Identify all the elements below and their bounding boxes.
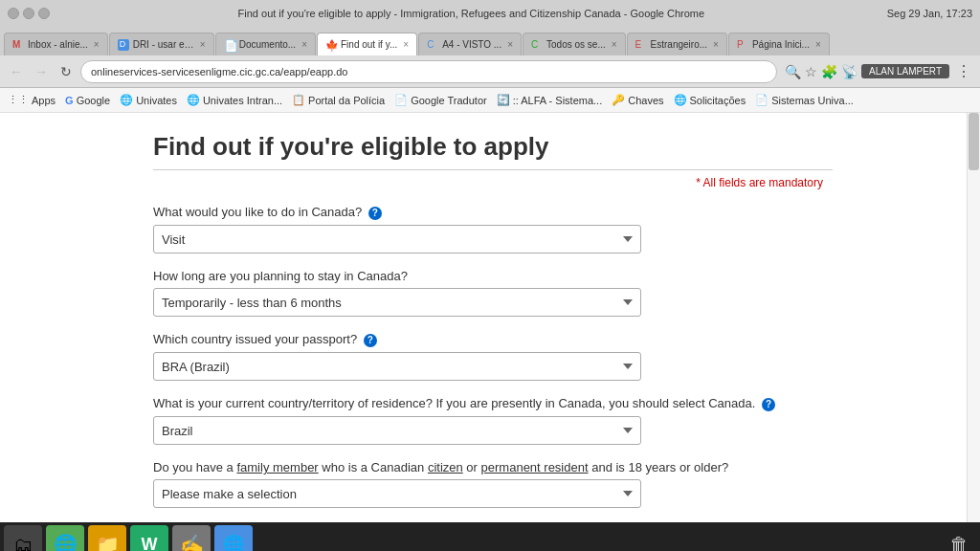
taskbar-browser[interactable]: 🌐 (46, 525, 84, 551)
back-button[interactable]: ← (6, 61, 27, 82)
apps-icon: ⋮⋮ (8, 94, 29, 106)
tab-estrangeiro-close[interactable]: × (713, 39, 719, 50)
tab-findout-close[interactable]: × (403, 39, 409, 50)
page-title: Find out if you're eligible to apply (153, 132, 833, 170)
taskbar-writer[interactable]: ✍ (172, 525, 211, 551)
bookmarks-bar: ⋮⋮ Apps G Google 🌐 Univates 🌐 Univates I… (0, 88, 980, 113)
window-controls (8, 8, 50, 19)
google-icon: G (65, 95, 74, 106)
select-how-long[interactable]: Temporarily - less than 6 months (153, 288, 641, 317)
tab-estrangeiro[interactable]: E Estrangeiro... × (627, 33, 727, 55)
univates-intra-icon: 🌐 (187, 94, 200, 106)
url-bar[interactable]: onlineservices-servicesenligme.cic.gc.ca… (80, 60, 777, 83)
label-how-long: How long are you planning to stay in Can… (153, 269, 833, 283)
help-icon-residence[interactable]: ? (762, 398, 775, 411)
doc-favicon: 📄 (224, 39, 235, 51)
field-residence-country: What is your current country/territory o… (153, 396, 833, 445)
permanent-resident-link[interactable]: permanent resident (481, 460, 589, 474)
tab-doc-close[interactable]: × (301, 39, 307, 50)
taskbar-chrome[interactable]: 🌐 (214, 525, 253, 551)
select-passport-country[interactable]: BRA (Brazil) (153, 352, 641, 381)
tab-a4[interactable]: C A4 - VISTO ... × (418, 33, 522, 55)
tab-findout[interactable]: 🍁 Find out if y... × (317, 33, 417, 55)
bookmark-chaves[interactable]: 🔑 Chaves (610, 94, 665, 106)
clock: Seg 29 Jan, 17:23 (887, 8, 972, 19)
reload-button[interactable]: ↻ (56, 61, 77, 82)
dri-favicon: D (118, 39, 129, 51)
search-icon: 🔍 (785, 64, 801, 79)
label-passport-country: Which country issued your passport? ? (153, 332, 833, 347)
tab-a4-close[interactable]: × (507, 39, 513, 50)
extensions-icon[interactable]: 🧩 (821, 64, 837, 79)
bookmark-portal-label: Portal da Polícia (308, 95, 385, 106)
bookmark-solicitacoes[interactable]: 🌐 Solicitações (672, 94, 748, 106)
bookmark-tradutor[interactable]: 📄 Google Tradutor (392, 94, 489, 106)
select-residence-country[interactable]: Brazil (153, 416, 641, 445)
bookmark-chaves-label: Chaves (628, 95, 663, 106)
tab-estrangeiro-label: Estrangeiro... (651, 39, 707, 50)
window-max-btn[interactable] (38, 8, 50, 19)
menu-button[interactable]: ⋮ (953, 61, 974, 82)
tab-pagina-label: Página Inici... (752, 39, 810, 50)
bookmark-star-icon[interactable]: ☆ (805, 64, 817, 79)
window-min-btn[interactable] (23, 8, 34, 19)
gmail-favicon: M (12, 39, 24, 51)
select-what-to-do[interactable]: Visit (153, 225, 641, 253)
bookmark-google-label: Google (77, 95, 110, 106)
findout-favicon: 🍁 (325, 39, 337, 51)
tab-todos[interactable]: C Todos os se... × (523, 33, 626, 55)
cast-icon[interactable]: 📡 (841, 64, 858, 79)
bookmark-sistemas[interactable]: 📄 Sistemas Univa... (753, 94, 856, 106)
taskbar-word[interactable]: W (130, 525, 168, 551)
bookmark-alfa[interactable]: 🔄 :: ALFA - Sistema... (495, 94, 605, 106)
taskbar-folder[interactable]: 📁 (88, 525, 126, 551)
tab-todos-label: Todos os se... (546, 39, 606, 50)
bookmark-tradutor-label: Google Tradutor (411, 95, 487, 106)
select-family-member[interactable]: Please make a selection (153, 479, 641, 508)
bookmark-apps[interactable]: ⋮⋮ Apps (6, 94, 57, 106)
bookmark-univates-intra[interactable]: 🌐 Univates Intran... (185, 94, 284, 106)
family-member-link[interactable]: family member (236, 460, 318, 474)
help-icon-passport[interactable]: ? (364, 334, 377, 347)
recycle-bin[interactable]: 🗑 (942, 527, 976, 551)
tab-a4-label: A4 - VISTO ... (442, 39, 501, 50)
solicitacoes-icon: 🌐 (674, 94, 687, 106)
tab-findout-label: Find out if y... (341, 39, 397, 50)
tabs-bar: M Inbox - alnie... × D DRI - usar es... … (0, 27, 980, 55)
scrollbar[interactable] (967, 113, 980, 522)
tab-dri-label: DRI - usar es... (133, 39, 194, 50)
bookmark-univates-intra-label: Univates Intran... (203, 95, 282, 106)
tradutor-icon: 📄 (394, 94, 408, 106)
todos-favicon: C (531, 39, 543, 51)
field-passport-country: Which country issued your passport? ? BR… (153, 332, 833, 381)
taskbar-files[interactable]: 🗂 (4, 525, 42, 551)
citizen-link[interactable]: citizen (428, 460, 463, 474)
tab-dri[interactable]: D DRI - usar es... × (109, 33, 214, 55)
chaves-icon: 🔑 (612, 94, 625, 106)
tab-gmail-label: Inbox - alnie... (28, 39, 88, 50)
tab-pagina-close[interactable]: × (815, 39, 821, 50)
tab-doc-label: Documento... (239, 39, 296, 50)
address-bar: ← → ↻ onlineservices-servicesenligme.cic… (0, 55, 980, 88)
url-icons: 🔍 ☆ 🧩 📡 (785, 64, 858, 79)
tab-dri-close[interactable]: × (200, 39, 206, 50)
bookmark-solicitacoes-label: Solicitações (690, 95, 746, 106)
bookmark-univates[interactable]: 🌐 Univates (118, 94, 179, 106)
mandatory-note: * All fields are mandatory (153, 176, 833, 189)
help-icon-what-to-do[interactable]: ? (368, 207, 382, 220)
tab-gmail[interactable]: M Inbox - alnie... × (4, 33, 108, 55)
tab-pagina[interactable]: P Página Inici... × (728, 33, 830, 55)
forward-button[interactable]: → (31, 61, 52, 82)
bookmark-portal[interactable]: 📋 Portal da Polícia (290, 94, 387, 106)
field-how-long: How long are you planning to stay in Can… (153, 269, 833, 317)
bookmark-sistemas-label: Sistemas Univa... (771, 95, 854, 106)
title-bar: Find out if you're eligible to apply - I… (0, 0, 980, 27)
bookmark-apps-label: Apps (32, 95, 56, 106)
tab-doc[interactable]: 📄 Documento... × (215, 33, 316, 55)
window-close-btn[interactable] (8, 8, 19, 19)
user-badge: ALAN LAMPERT (861, 64, 949, 78)
scrollbar-thumb[interactable] (969, 113, 979, 170)
tab-todos-close[interactable]: × (612, 39, 617, 50)
bookmark-google[interactable]: G Google (63, 95, 112, 106)
tab-gmail-close[interactable]: × (94, 39, 100, 50)
